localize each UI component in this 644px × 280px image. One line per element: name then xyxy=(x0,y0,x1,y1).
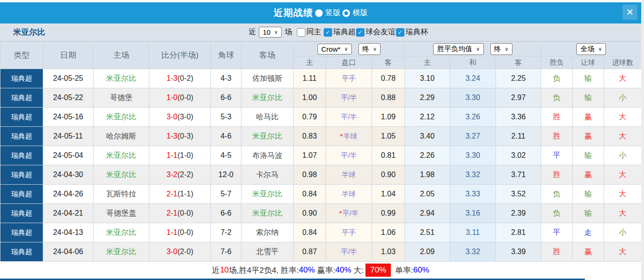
chevron-down-icon: ∨ xyxy=(274,29,278,35)
handicap-line: 平/半 xyxy=(326,242,372,262)
col-header-corners: 角球 xyxy=(211,42,241,69)
handicap-home-odds: 0.83 xyxy=(294,127,326,146)
league-badge: 瑞典超 xyxy=(0,88,43,108)
scope-select[interactable]: 全场 ∨ xyxy=(576,43,605,55)
result-cell: 胜 xyxy=(541,127,573,146)
layout-option-竖版[interactable]: 竖版 xyxy=(315,8,341,18)
recent-count-select[interactable]: 10 ∨ xyxy=(259,27,282,38)
sub-header-away-odds: 客 xyxy=(372,56,405,69)
summary-segment: 场,胜4平2负4, 胜率: xyxy=(229,265,299,276)
bookmaker-select[interactable]: Crow* ∨ xyxy=(318,44,352,54)
summary-segment: 10 xyxy=(220,265,229,275)
avg-away-odds: 2.25 xyxy=(496,69,541,88)
col-header-score: 比分(半场) xyxy=(149,42,211,69)
away-team: 北雪平 xyxy=(241,242,294,262)
away-team: 米亚尔比 xyxy=(241,127,294,146)
avg-home-odds: 2.51 xyxy=(405,223,450,242)
avg-select[interactable]: 胜平负均值 ∨ xyxy=(433,43,483,55)
over-rate-badge: 70% xyxy=(365,264,391,277)
corners-cell: 4-5 xyxy=(211,146,241,165)
score-cell: 3-2(2-2) xyxy=(149,165,211,185)
sub-header-home-odds: 主 xyxy=(294,56,326,69)
score-cell: 3-0(2-0) xyxy=(149,242,211,262)
goals-result-cell: 小 xyxy=(604,88,642,108)
checkbox-icon[interactable]: ✓ xyxy=(324,28,332,37)
result-cell: 负 xyxy=(541,88,573,108)
score-cell: 1-1(0-0) xyxy=(149,223,211,242)
away-team: 布洛马波 xyxy=(241,146,294,165)
sub-header-result: 胜负 xyxy=(541,56,573,69)
league-badge: 瑞典超 xyxy=(0,242,43,262)
summary-segment: 近 xyxy=(212,265,220,276)
avg-away-odds: 3.71 xyxy=(496,165,541,185)
filter-bar: 米亚尔比 近 10 ∨ 场 同主✓瑞典超✓球会友谊✓瑞典杯 xyxy=(0,23,641,41)
filter-option-球会友谊[interactable]: ✓球会友谊 xyxy=(356,27,396,37)
avg-draw-odds: 3.33 xyxy=(450,185,496,204)
match-date: 24-04-06 xyxy=(43,242,93,262)
match-row: 瑞典超24-04-21哥德堡盖2-1(0-0)6-6米亚尔比0.90*平/半0.… xyxy=(0,204,642,223)
match-date: 24-05-25 xyxy=(43,69,93,88)
corners-cell: 7-6 xyxy=(211,242,241,262)
result-cell: 平 xyxy=(541,146,573,165)
handicap-result-cell: 输 xyxy=(573,146,604,165)
handicap-away-odds: 0.81 xyxy=(372,146,405,165)
sub-header-avg-draw: 和 xyxy=(450,56,496,69)
avg-away-odds: 3.36 xyxy=(496,108,541,127)
avg-draw-odds: 3.30 xyxy=(450,146,496,165)
home-team: 米亚尔比 xyxy=(93,223,149,242)
home-team: 哈尔姆斯 xyxy=(93,127,149,146)
bookmaker-select-value: Crow* xyxy=(321,45,341,53)
bookmaker-period-select[interactable]: 终 ∨ xyxy=(358,43,380,55)
handicap-away-odds: 1.06 xyxy=(372,223,405,242)
score-cell: 1-3(0-3) xyxy=(149,127,211,146)
home-team: 米亚尔比 xyxy=(93,108,149,127)
avg-period-select[interactable]: 终 ∨ xyxy=(490,43,512,55)
handicap-line: 平手 xyxy=(326,223,372,242)
score-cell: 2-1(0-0) xyxy=(149,204,211,223)
match-date: 24-05-04 xyxy=(43,146,93,165)
corners-cell: 5-7 xyxy=(211,185,241,204)
layout-option-横版[interactable]: 横版 xyxy=(342,8,368,18)
handicap-home-odds: 1.00 xyxy=(294,88,326,108)
avg-home-odds: 1.98 xyxy=(405,165,450,185)
home-team: 米亚尔比 xyxy=(93,242,149,262)
layout-toggle: 竖版横版 xyxy=(313,8,368,18)
match-date: 24-05-16 xyxy=(43,108,93,127)
close-button[interactable]: ✕ xyxy=(622,5,637,20)
checkbox-icon[interactable]: ✓ xyxy=(356,28,365,37)
sub-header-goals: 进球数 xyxy=(604,56,642,69)
handicap-result-cell: 输 xyxy=(573,69,604,88)
league-badge: 瑞典超 xyxy=(0,185,43,204)
handicap-result-cell: 输 xyxy=(573,185,604,204)
handicap-away-odds: 1.03 xyxy=(372,242,405,262)
match-row: 瑞典超24-04-26瓦斯特拉2-1(1-1)5-7米亚尔比0.84半球1.04… xyxy=(0,185,642,204)
checkbox-icon[interactable]: ✓ xyxy=(396,28,404,37)
avg-draw-odds: 3.16 xyxy=(450,204,496,223)
match-row: 瑞典超24-04-30米亚尔比3-2(2-2)12-0卡尔马0.98半球0.90… xyxy=(0,165,642,185)
recent-results-popup: 近期战绩 竖版横版 ✕ 米亚尔比 近 10 ∨ 场 同主✓瑞典超✓球会友谊✓瑞典… xyxy=(0,0,644,280)
checkbox-icon[interactable] xyxy=(297,28,305,37)
filter-option-瑞典杯[interactable]: ✓瑞典杯 xyxy=(396,27,428,37)
radio-icon[interactable] xyxy=(315,9,323,17)
away-team: 索尔纳 xyxy=(241,223,294,242)
filter-option-瑞典超[interactable]: ✓瑞典超 xyxy=(324,27,356,37)
home-team: 米亚尔比 xyxy=(93,165,149,185)
avg-select-value: 胜平负均值 xyxy=(437,45,472,54)
avg-draw-odds: 3.11 xyxy=(450,223,496,242)
corners-cell: 12-0 xyxy=(211,165,241,185)
handicap-home-odds: 1.07 xyxy=(294,146,326,165)
result-cell: 胜 xyxy=(541,165,573,185)
avg-draw-odds: 3.24 xyxy=(450,69,496,88)
result-cell: 胜 xyxy=(541,108,573,127)
corners-cell: 6-6 xyxy=(211,88,241,108)
home-team: 哥德堡盖 xyxy=(93,204,149,223)
handicap-home-odds: 0.84 xyxy=(294,185,326,204)
corners-cell: 6-6 xyxy=(211,204,241,223)
match-row: 瑞典超24-05-11哈尔姆斯1-3(0-3)4-6米亚尔比0.83*半球1.0… xyxy=(0,127,642,146)
corners-cell: 5-3 xyxy=(211,108,241,127)
avg-away-odds: 3.52 xyxy=(496,185,541,204)
result-cell: 负 xyxy=(541,69,573,88)
radio-icon[interactable] xyxy=(342,9,350,17)
handicap-away-odds: 0.88 xyxy=(372,88,405,108)
filter-option-同主[interactable]: 同主 xyxy=(297,27,322,37)
